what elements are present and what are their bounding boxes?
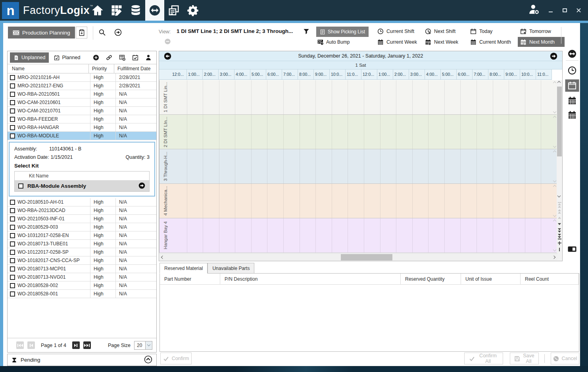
work-order-row[interactable]: WO-10122017-0258-SPHighN/A [8, 248, 156, 256]
work-order-row[interactable]: WO-10182017-CNS-CCA-SPHighN/A [8, 256, 156, 265]
schedule-cell[interactable] [267, 80, 284, 114]
schedule-cell[interactable] [429, 184, 445, 218]
open-kit-icon[interactable] [138, 182, 145, 190]
last-page-button[interactable] [83, 341, 91, 349]
row-scroll-up-icon[interactable] [553, 220, 556, 223]
schedule-cell[interactable] [219, 218, 236, 252]
maximize-button[interactable] [562, 8, 568, 13]
schedule-cell[interactable] [364, 80, 380, 114]
remove-view-icon[interactable] [164, 38, 171, 46]
schedule-cell[interactable] [396, 218, 413, 252]
schedule-cell[interactable] [267, 115, 284, 149]
refresh-icon[interactable] [568, 49, 577, 60]
schedule-cell[interactable] [477, 115, 493, 149]
page-up-button[interactable] [557, 208, 562, 214]
schedule-cell[interactable] [364, 184, 380, 218]
schedule-cell[interactable] [380, 218, 397, 252]
row-checkbox[interactable] [10, 108, 15, 114]
nav-settings[interactable] [183, 0, 202, 21]
row-checkbox[interactable] [10, 258, 15, 263]
fit-button[interactable] [557, 246, 562, 252]
schedule-cell[interactable] [509, 80, 525, 114]
schedule-cell[interactable] [332, 218, 348, 252]
column-priority[interactable]: Priority [88, 64, 114, 73]
column-name[interactable]: Name [8, 66, 88, 71]
schedule-cell[interactable] [348, 218, 364, 252]
row-checkbox[interactable] [10, 92, 15, 97]
search-icon[interactable] [98, 29, 106, 37]
schedule-cell[interactable] [525, 80, 542, 114]
schedule-cell[interactable] [284, 149, 300, 183]
schedule-cell[interactable] [267, 184, 284, 218]
schedule-cell[interactable] [364, 218, 380, 252]
schedule-cell[interactable] [380, 115, 397, 149]
schedule-cell[interactable] [316, 184, 332, 218]
schedule-cell[interactable] [235, 218, 252, 252]
row-checkbox[interactable] [10, 266, 15, 272]
filter-icon[interactable] [303, 28, 309, 36]
schedule-cell[interactable] [509, 149, 525, 183]
scroll-right-icon[interactable] [552, 256, 555, 259]
work-order-row[interactable]: WO-RBA-20210501HighN/A [8, 90, 156, 98]
shift-view-icon[interactable] [568, 66, 577, 76]
schedule-cell[interactable] [252, 80, 268, 114]
nav-scheduling[interactable] [145, 0, 164, 21]
schedule-cell[interactable] [461, 115, 477, 149]
schedule-cell[interactable] [461, 80, 477, 114]
nav-materials[interactable] [126, 0, 145, 21]
schedule-cell[interactable] [493, 218, 509, 252]
schedule-cell[interactable] [445, 115, 461, 149]
schedule-cell[interactable] [477, 149, 493, 183]
kit-checkbox[interactable] [18, 183, 23, 189]
work-order-row[interactable]: WO-CAM-20210601HighN/A [8, 98, 156, 107]
work-order-row[interactable]: WO-20180510-AH-01HighN/A [8, 198, 156, 206]
schedule-cell[interactable] [461, 184, 477, 218]
work-order-row[interactable]: WO-20180713-TUBE01HighN/A [8, 240, 156, 248]
row-scroll-down-icon[interactable] [553, 179, 556, 182]
schedule-cell[interactable] [348, 149, 364, 183]
schedule-cell[interactable] [171, 115, 187, 149]
schedule-cell[interactable] [477, 218, 493, 252]
go-to-icon[interactable] [114, 29, 122, 37]
schedule-cell[interactable] [171, 149, 187, 183]
today-button[interactable]: Today [468, 26, 517, 36]
schedule-cell[interactable] [380, 149, 397, 183]
work-order-row[interactable]: WO-20180528-002HighN/A [8, 281, 156, 290]
work-order-row[interactable]: WO-RBA-MODULEHighN/A [8, 132, 156, 140]
schedule-cell[interactable] [187, 184, 204, 218]
week-view-icon[interactable] [568, 96, 577, 106]
zoom-in-button[interactable] [557, 240, 562, 246]
schedule-cell[interactable] [493, 149, 509, 183]
schedule-cell[interactable] [396, 115, 413, 149]
confirm-button[interactable]: Confirm [160, 353, 192, 364]
work-order-row[interactable]: WO-CAM-20210701HighN/A [8, 107, 156, 115]
work-order-row[interactable]: WO-20210503-INF-01HighN/A [8, 215, 156, 223]
next-shift-button[interactable]: Next Shift [423, 26, 467, 36]
row-checkbox[interactable] [10, 275, 15, 280]
current-month-button[interactable]: Current Month [468, 37, 517, 47]
schedule-cell[interactable] [171, 184, 187, 218]
minimize-button[interactable] [548, 8, 554, 13]
row-checkbox[interactable] [10, 233, 15, 238]
production-planning-button[interactable]: Production Planning [8, 27, 75, 39]
vertical-scrollbar[interactable] [557, 80, 562, 261]
current-shift-button[interactable]: Current Shift [375, 26, 422, 36]
tomorrow-button[interactable]: Tomorrow [518, 26, 565, 36]
schedule-cell[interactable] [316, 115, 332, 149]
scroll-up-icon[interactable] [557, 81, 561, 84]
schedule-cell[interactable] [493, 184, 509, 218]
schedule-cell[interactable] [203, 149, 219, 183]
row-checkbox[interactable] [10, 225, 15, 230]
schedule-cell[interactable] [525, 218, 542, 252]
tab-reserved-material[interactable]: Reserved Material [159, 263, 208, 274]
kit-row[interactable]: RBA-Module Assembly [15, 181, 149, 191]
schedule-cell[interactable] [413, 218, 429, 252]
schedule-cell[interactable] [461, 218, 477, 252]
nav-planning[interactable] [107, 0, 126, 21]
row-scroll-up-icon[interactable] [553, 116, 556, 119]
schedule-cell[interactable] [252, 218, 268, 252]
row-checkbox[interactable] [10, 208, 15, 213]
schedule-cell[interactable] [429, 115, 445, 149]
column-fulfillment-date[interactable]: Fulfillment Date [114, 64, 156, 73]
first-page-button[interactable] [16, 341, 24, 349]
